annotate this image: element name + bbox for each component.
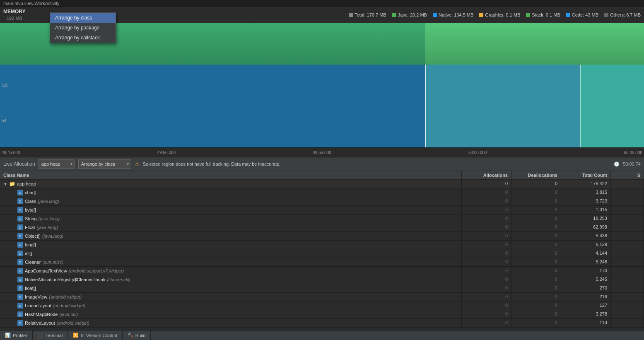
cell-total-count: 5,438 [561, 232, 611, 240]
table-row[interactable]: CCleaner (sun.misc)005,248 [0, 258, 644, 267]
profiler-icon: 📊 [5, 333, 11, 338]
cell-s [611, 293, 644, 301]
table-row[interactable]: CAppCompatTextView (android.support.v7.w… [0, 267, 644, 275]
timeline-bar[interactable]: 49:45.000 49:50.000 49:55.000 50:00.000 … [0, 147, 644, 157]
table-row[interactable]: CString (java.lang)0018,253 [0, 215, 644, 223]
stat-total-dot [349, 13, 353, 17]
cell-class-name: CClass (java.lang) [0, 197, 462, 205]
allocation-table[interactable]: Class Name Allocations Deallocations Tot… [0, 171, 644, 340]
tab-version-control[interactable]: 🔀 9: Version Control [68, 330, 122, 340]
cell-total-count: 270 [561, 284, 611, 292]
clock-icon: 🕐 [614, 162, 620, 167]
cell-s [611, 223, 644, 231]
dropdown-item-class[interactable]: Arrange by class [50, 13, 116, 23]
arrange-select-wrapper[interactable]: Arrange by class Arrange by package Arra… [78, 159, 131, 169]
cell-class-name: CString (java.lang) [0, 215, 462, 223]
table-row[interactable]: CImageView (android.widget)00216 [0, 293, 644, 301]
table-header: Class Name Allocations Deallocations Tot… [0, 171, 644, 180]
cell-s [611, 275, 644, 284]
top-bar-title: main.mvp.view.WorkActivity [3, 1, 60, 6]
table-row[interactable]: Clong[]006,129 [0, 241, 644, 249]
class-icon: C [17, 224, 23, 230]
build-icon: 🔨 [128, 333, 133, 338]
top-bar: main.mvp.view.WorkActivity [0, 0, 644, 7]
arrange-select[interactable]: Arrange by class Arrange by package Arra… [78, 159, 131, 169]
group-deallocations: 0 [511, 180, 561, 188]
table-row[interactable]: Cchar[]003,815 [0, 188, 644, 197]
timeline-drag-handle[interactable]: ::::: [318, 150, 326, 155]
class-icon: C [17, 198, 23, 204]
cell-total-count: 114 [561, 319, 611, 327]
class-name-main: char[] [25, 190, 36, 195]
cell-class-name: Cchar[] [0, 188, 462, 197]
class-icon: C [17, 268, 23, 274]
table-row[interactable]: CFloat (java.lang)0062,998 [0, 223, 644, 232]
group-label: app heap [17, 181, 36, 186]
cell-total-count: 1,315 [561, 206, 611, 214]
stat-java: Java: 20.2 MB [392, 12, 427, 17]
class-name-main: long[] [25, 242, 36, 247]
heap-select-wrapper[interactable]: app heap image heap zygote heap [39, 159, 75, 169]
cell-total-count: 5,245 [561, 275, 611, 284]
terminal-icon: ⬛ [38, 333, 43, 338]
time-display: 50:00.74 [623, 162, 641, 166]
cell-s [611, 232, 644, 240]
table-row[interactable]: CRelativeLayout (android.widget)00114 [0, 319, 644, 328]
tab-build[interactable]: 🔨 Build [123, 330, 151, 340]
cell-deallocations: 0 [511, 188, 561, 197]
cell-total-count: 4,144 [561, 249, 611, 258]
class-name-main: LinearLayout [25, 303, 51, 308]
class-name-main: Class [25, 199, 36, 204]
table-row[interactable]: CClass (java.lang)003,723 [0, 197, 644, 206]
arrange-dropdown-menu[interactable]: Arrange by class Arrange by package Arra… [50, 12, 116, 43]
class-name-pkg: (sun.misc) [43, 260, 64, 265]
dropdown-item-package[interactable]: Arrange by package [50, 23, 116, 33]
tab-terminal[interactable]: ⬛ Terminal [33, 330, 68, 340]
table-row[interactable]: CNativeAllocationRegistry$CleanerThunk (… [0, 275, 644, 284]
class-name-main: ImageView [25, 294, 47, 299]
table-row[interactable]: Cbyte[]001,315 [0, 206, 644, 215]
cell-deallocations: 0 [511, 249, 561, 258]
timeline-label-1: 49:50.000 [157, 150, 176, 155]
cell-allocations: 0 [462, 258, 511, 266]
tab-profiler[interactable]: 📊 Profiler [0, 330, 33, 340]
stat-total-label: Total: 176.7 MB [355, 12, 386, 17]
memory-title: MEMORY [3, 9, 26, 14]
cell-s [611, 284, 644, 292]
timeline-label-0: 49:45.000 [2, 150, 20, 155]
cell-deallocations: 0 [511, 258, 561, 266]
cell-class-name: Cfloat[] [0, 284, 462, 292]
class-name-main: HashMap$Node [25, 312, 58, 317]
table-row[interactable]: CObject[] (java.lang)005,438 [0, 232, 644, 241]
stat-native: Native: 104.5 MB [433, 12, 473, 17]
cell-deallocations: 0 [511, 206, 561, 214]
heap-select[interactable]: app heap image heap zygote heap [39, 159, 75, 169]
cell-allocations: 0 [462, 284, 511, 292]
cell-allocations: 0 [462, 197, 511, 205]
table-row[interactable]: CLinearLayout (android.widget)00127 [0, 301, 644, 310]
dropdown-item-callstack[interactable]: Arrange by callstack [50, 33, 116, 43]
cell-total-count: 3,815 [561, 188, 611, 197]
cell-s [611, 258, 644, 266]
memory-sub-label: 192 MB [3, 15, 26, 21]
cell-allocations: 0 [462, 319, 511, 327]
cell-class-name: CLinearLayout (android.widget) [0, 301, 462, 310]
cell-s [611, 301, 644, 310]
cell-allocations: 0 [462, 310, 511, 318]
stat-code-label: Code: 43 MB [572, 12, 598, 17]
controls-bar: Live Allocation app heap image heap zygo… [0, 157, 644, 171]
table-row[interactable]: Cfloat[]00270 [0, 284, 644, 293]
cell-allocations: 0 [462, 206, 511, 214]
class-icon: C [17, 294, 23, 300]
group-row-app-heap[interactable]: ▼ 📁 app heap 0 0 178,422 [0, 180, 644, 188]
stat-graphics-dot [479, 13, 483, 17]
col-total-count: Total Count [561, 171, 611, 179]
cell-allocations: 0 [462, 241, 511, 249]
stat-java-label: Java: 20.2 MB [398, 12, 427, 17]
table-row[interactable]: Cint[]004,144 [0, 249, 644, 258]
col-deallocations: Deallocations [511, 171, 561, 179]
table-row[interactable]: CHashMap$Node (java.util)003,278 [0, 310, 644, 319]
cell-total-count: 3,278 [561, 310, 611, 318]
cell-total-count: 3,723 [561, 197, 611, 205]
cell-total-count: 5,248 [561, 258, 611, 266]
